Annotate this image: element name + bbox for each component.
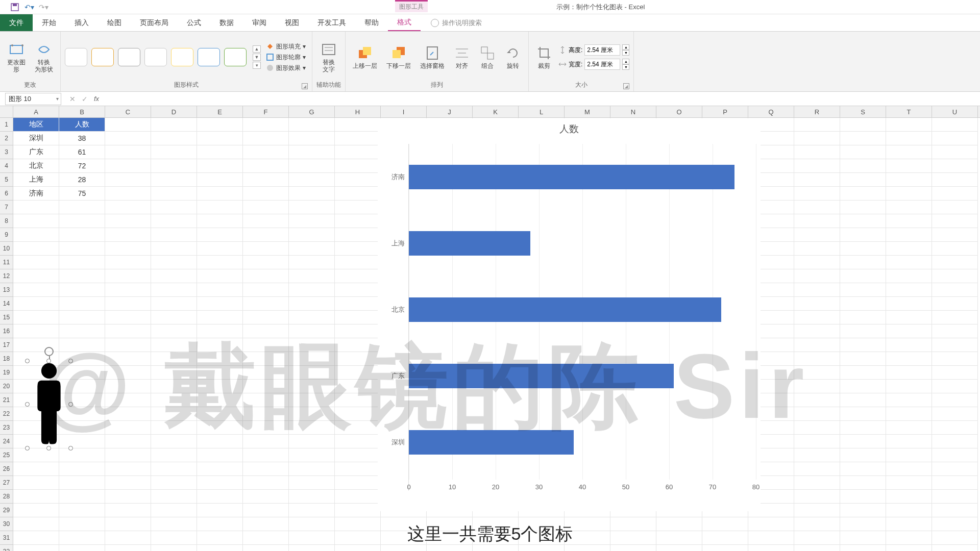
- cell[interactable]: [59, 545, 105, 551]
- cell[interactable]: [840, 393, 886, 407]
- cell[interactable]: [197, 311, 243, 324]
- cell[interactable]: [794, 201, 840, 214]
- cell[interactable]: [105, 352, 151, 366]
- cell[interactable]: [289, 366, 335, 380]
- cell[interactable]: [243, 448, 289, 462]
- cell[interactable]: [151, 159, 197, 173]
- row-header[interactable]: 4: [0, 159, 13, 173]
- cell[interactable]: [289, 256, 335, 269]
- cell[interactable]: [59, 462, 105, 476]
- cell[interactable]: [335, 448, 381, 462]
- cell[interactable]: [335, 311, 381, 324]
- cell[interactable]: [59, 228, 105, 242]
- cell[interactable]: [886, 448, 932, 462]
- cell[interactable]: [197, 132, 243, 145]
- cell[interactable]: [197, 517, 243, 531]
- cell[interactable]: [289, 476, 335, 490]
- cell[interactable]: [289, 214, 335, 228]
- cell[interactable]: [886, 531, 932, 545]
- cell[interactable]: [59, 504, 105, 517]
- cell[interactable]: [59, 490, 105, 504]
- cell[interactable]: [105, 256, 151, 269]
- cell[interactable]: [794, 324, 840, 338]
- cell[interactable]: [840, 256, 886, 269]
- tab-help[interactable]: 帮助: [355, 14, 388, 31]
- selected-shape[interactable]: [28, 361, 70, 448]
- cell[interactable]: [932, 393, 978, 407]
- cell[interactable]: [243, 380, 289, 393]
- tab-home[interactable]: 开始: [33, 14, 65, 31]
- cell[interactable]: [197, 504, 243, 517]
- cell[interactable]: [197, 435, 243, 448]
- cell[interactable]: [886, 283, 932, 297]
- cell[interactable]: [105, 187, 151, 201]
- cell[interactable]: [243, 269, 289, 283]
- cell[interactable]: [151, 214, 197, 228]
- cell[interactable]: [151, 421, 197, 435]
- chart-bar[interactable]: [409, 364, 674, 388]
- cell[interactable]: [794, 118, 840, 132]
- cell[interactable]: [151, 242, 197, 256]
- cell[interactable]: [335, 242, 381, 256]
- cell[interactable]: [13, 269, 59, 283]
- cell[interactable]: [289, 352, 335, 366]
- chart-title[interactable]: 人数: [378, 118, 761, 144]
- cell[interactable]: [105, 201, 151, 214]
- cell[interactable]: [151, 145, 197, 159]
- style-swatch-6[interactable]: [198, 48, 220, 66]
- cell[interactable]: [151, 407, 197, 421]
- style-swatch-7[interactable]: [224, 48, 247, 66]
- cell[interactable]: [197, 283, 243, 297]
- cell[interactable]: [13, 531, 59, 545]
- row-header[interactable]: 5: [0, 173, 13, 187]
- row-header[interactable]: 30: [0, 517, 13, 531]
- cell[interactable]: [886, 269, 932, 283]
- shape-fill-button[interactable]: 图形填充 ▾: [264, 42, 308, 52]
- cell[interactable]: [105, 545, 151, 551]
- cell[interactable]: [748, 545, 794, 551]
- cell[interactable]: 61: [59, 145, 105, 159]
- cell[interactable]: [886, 352, 932, 366]
- tab-developer[interactable]: 开发工具: [308, 14, 355, 31]
- cell[interactable]: [243, 462, 289, 476]
- cell[interactable]: [151, 504, 197, 517]
- cell[interactable]: [197, 187, 243, 201]
- cell[interactable]: [289, 269, 335, 283]
- cell[interactable]: [105, 366, 151, 380]
- cell[interactable]: [840, 132, 886, 145]
- cell[interactable]: [289, 407, 335, 421]
- cell[interactable]: [932, 380, 978, 393]
- cell[interactable]: [794, 476, 840, 490]
- cell[interactable]: [886, 517, 932, 531]
- row-header[interactable]: 28: [0, 490, 13, 504]
- send-backward-button[interactable]: 下移一层: [383, 44, 414, 70]
- cell[interactable]: [335, 462, 381, 476]
- cell[interactable]: [151, 269, 197, 283]
- cell[interactable]: [197, 407, 243, 421]
- cell[interactable]: [59, 476, 105, 490]
- cell[interactable]: [335, 407, 381, 421]
- row-header[interactable]: 25: [0, 448, 13, 462]
- cell[interactable]: [794, 366, 840, 380]
- cell[interactable]: [886, 476, 932, 490]
- cell[interactable]: [932, 145, 978, 159]
- chart[interactable]: 人数 01020304050607080济南上海北京广东深圳: [378, 118, 761, 511]
- cell[interactable]: [197, 297, 243, 311]
- cell[interactable]: 北京: [13, 159, 59, 173]
- cell[interactable]: [105, 228, 151, 242]
- cell[interactable]: [243, 145, 289, 159]
- dialog-launcher-size-icon[interactable]: ◢: [623, 83, 629, 89]
- cell[interactable]: [886, 242, 932, 256]
- cell[interactable]: [886, 545, 932, 551]
- cell[interactable]: [289, 311, 335, 324]
- cell[interactable]: [932, 448, 978, 462]
- cell[interactable]: [932, 324, 978, 338]
- cell[interactable]: [335, 366, 381, 380]
- cell[interactable]: [105, 297, 151, 311]
- resize-handle[interactable]: [25, 402, 30, 407]
- cell[interactable]: [840, 448, 886, 462]
- cell[interactable]: [197, 380, 243, 393]
- cell[interactable]: [794, 132, 840, 145]
- cell[interactable]: [932, 159, 978, 173]
- cell[interactable]: [105, 421, 151, 435]
